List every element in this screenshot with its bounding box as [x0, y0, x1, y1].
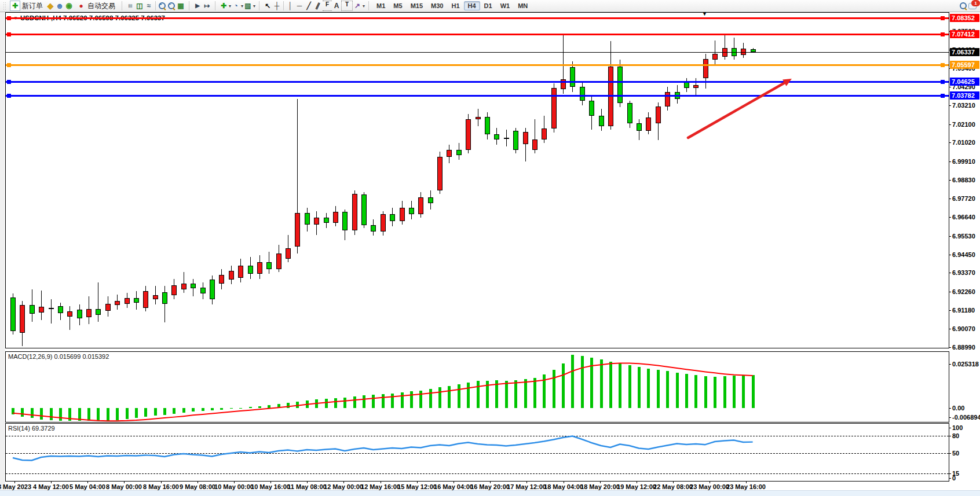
arrows-caret-icon[interactable]: ▾ — [363, 3, 365, 9]
tf-h4-button[interactable]: H4 — [464, 1, 480, 10]
terminal-window: ✚ 新订单 ◆ ☻ ◉ ● 自动交易 ≡ ◫ ≈ + − — [0, 0, 980, 496]
rsi-label: RSI(14) 69.3729 — [8, 425, 55, 432]
new-order-label: 新订单 — [22, 1, 43, 11]
price-tick — [949, 217, 951, 218]
time-label: 10 May 00:00 — [214, 483, 254, 490]
cursor-button[interactable]: ↖ — [263, 1, 272, 10]
zoom-in-button[interactable]: + — [158, 1, 167, 10]
rsi-axis-tick — [949, 453, 951, 454]
line-price-badge: 7.08352 — [950, 14, 979, 22]
tf-mn-button[interactable]: MN — [514, 1, 532, 10]
text-button[interactable]: A — [332, 1, 341, 10]
rsi-axis-tick — [949, 428, 951, 428]
window-left-margin — [0, 12, 5, 490]
price-tick — [949, 273, 951, 273]
chart-shift-button[interactable]: ↦ — [202, 1, 211, 10]
price-chart-pane[interactable]: ▼ USDCNH-,H4 7.06520 7.06598 7.06325 7.0… — [5, 12, 949, 348]
rsi-axis-label: 50 — [952, 450, 959, 457]
zoom-out-button[interactable]: − — [167, 1, 176, 10]
autotrading-button[interactable]: ● 自动交易 — [74, 0, 118, 12]
price-tick — [949, 87, 951, 87]
price-tick-label: 6.98830 — [952, 177, 975, 183]
price-tick — [949, 180, 951, 181]
autoscroll-button[interactable]: ▶ — [193, 1, 202, 10]
periods-button[interactable]: ◔ — [231, 1, 240, 10]
crosshair-button[interactable]: ┼ — [272, 1, 281, 10]
timeframe-toolbar: M1 M5 M15 M30 H1 H4 D1 W1 MN — [371, 0, 533, 12]
candlestick-chart-button[interactable]: ◫ — [135, 1, 144, 10]
vertical-line-button[interactable]: │ — [286, 1, 295, 10]
bar-chart-button[interactable]: ≡ — [126, 1, 135, 10]
signals-icon[interactable]: ◉ — [64, 1, 74, 10]
macd-signal-line — [6, 352, 949, 422]
price-tick-label: 6.97720 — [952, 195, 975, 202]
price-tick — [949, 347, 951, 348]
notification-badge: 1 — [971, 0, 980, 6]
magnifier-handle — [163, 8, 166, 10]
templates-caret-icon[interactable]: ▾ — [253, 3, 255, 9]
magnifier-handle — [173, 8, 175, 10]
time-label: 18 May 20:00 — [580, 483, 620, 490]
time-axis[interactable]: 3 May 20234 May 12:005 May 04:008 May 00… — [5, 482, 949, 490]
tf-m30-button[interactable]: M30 — [427, 1, 447, 10]
main-toolbar: ✚ 新订单 ◆ ☻ ◉ ● 自动交易 ≡ ◫ ≈ + − — [0, 0, 980, 12]
rsi-axis-tick — [949, 478, 951, 479]
rsi-pane[interactable]: RSI(14) 69.3729 — [5, 423, 949, 482]
toolbar-group-drawing: ↖ ┼ │ ─ ╱ ∥ F A T ↗ ▾ — [261, 0, 367, 12]
gold-icon[interactable]: ◆ — [46, 1, 55, 10]
search-button[interactable] — [959, 1, 968, 10]
time-label: 12 May 00:00 — [324, 483, 363, 490]
price-tick-label: 7.02100 — [952, 121, 975, 128]
tf-m1-button[interactable]: M1 — [372, 1, 389, 10]
fibonacci-button[interactable]: F — [323, 1, 332, 11]
rsi-line — [6, 424, 949, 481]
price-tick-label: 6.92260 — [952, 288, 975, 295]
current-price-badge: 7.06337 — [950, 48, 979, 56]
toolbar-separator — [215, 1, 215, 10]
tf-w1-button[interactable]: W1 — [496, 1, 514, 10]
price-tick — [949, 329, 951, 329]
notifications-button[interactable]: 1 — [968, 1, 978, 10]
new-order-icon: ✚ — [10, 1, 20, 11]
trend-arrow-object[interactable] — [6, 13, 949, 348]
community-profile-icon[interactable]: ☻ — [55, 1, 64, 10]
tf-d1-button[interactable]: D1 — [480, 1, 496, 10]
macd-label: MACD(12,26,9) 0.015699 0.015392 — [8, 353, 109, 360]
time-label: 12 May 16:00 — [361, 483, 400, 490]
price-tick — [949, 255, 951, 255]
price-tick — [949, 310, 951, 311]
text-label-button[interactable]: T — [341, 1, 353, 11]
new-order-button[interactable]: ✚ 新订单 — [7, 0, 46, 12]
price-tick-label: 6.96640 — [952, 214, 975, 221]
templates-button[interactable]: ▧ — [243, 1, 253, 10]
indicators-button[interactable]: ✚ — [219, 1, 228, 10]
arrows-button[interactable]: ↗ — [353, 1, 362, 10]
tf-h1-button[interactable]: H1 — [447, 1, 463, 10]
toolbar-separator — [189, 1, 189, 10]
zoom-out-minus: − — [169, 2, 171, 7]
macd-pane[interactable]: MACD(12,26,9) 0.015699 0.015392 — [5, 351, 949, 422]
tf-m15-button[interactable]: M15 — [407, 1, 427, 10]
time-label: 23 May 16:00 — [726, 483, 766, 490]
time-label: 19 May 12:00 — [617, 483, 656, 490]
status-strip — [0, 490, 980, 496]
price-axis[interactable]: 7.075687.064807.054007.042907.032107.021… — [949, 12, 980, 490]
price-tick — [949, 142, 951, 143]
time-label: 17 May 12:00 — [507, 483, 546, 490]
line-chart-button[interactable]: ≈ — [144, 1, 153, 10]
trendline-button[interactable]: ╱ — [304, 1, 313, 10]
price-tick-label: 7.03210 — [952, 102, 975, 109]
price-tick-label: 6.93370 — [952, 269, 975, 276]
time-label: 16 May 04:00 — [434, 483, 473, 490]
tf-m5-button[interactable]: M5 — [389, 1, 406, 10]
magnifier-handle — [964, 8, 967, 10]
tile-windows-button[interactable]: ▦ — [176, 1, 185, 10]
zoom-in-plus: + — [159, 2, 162, 7]
toolbar-separator — [283, 1, 284, 10]
price-tick-label: 7.01020 — [952, 139, 975, 146]
rsi-axis-label: 80 — [952, 432, 959, 439]
horizontal-line-button[interactable]: ─ — [295, 1, 304, 10]
macd-axis-label: 0.025318 — [952, 361, 979, 368]
price-tick-label: 6.90070 — [952, 325, 975, 332]
line-price-badge: 7.04625 — [950, 78, 979, 86]
